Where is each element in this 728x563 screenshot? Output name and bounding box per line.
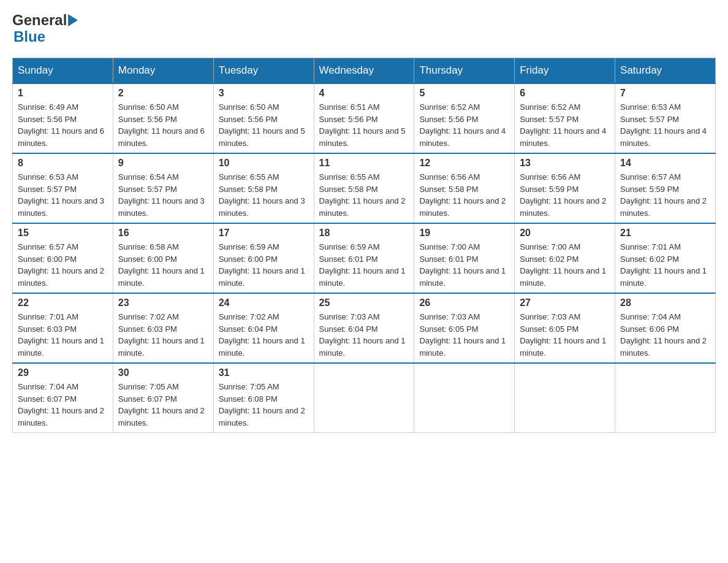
calendar-day-cell: 11 Sunrise: 6:55 AMSunset: 5:58 PMDaylig… — [314, 153, 414, 223]
calendar-day-cell: 24 Sunrise: 7:02 AMSunset: 6:04 PMDaylig… — [213, 293, 314, 363]
day-number: 30 — [118, 367, 208, 378]
logo-general-part: General — [12, 12, 67, 28]
day-info: Sunrise: 7:05 AMSunset: 6:07 PMDaylight:… — [118, 382, 205, 427]
day-info: Sunrise: 7:03 AMSunset: 6:05 PMDaylight:… — [419, 312, 506, 358]
logo-triangle-icon — [68, 14, 78, 26]
day-number: 16 — [118, 228, 208, 239]
calendar-day-cell: 4 Sunrise: 6:51 AMSunset: 5:56 PMDayligh… — [314, 83, 414, 153]
day-info: Sunrise: 6:52 AMSunset: 5:56 PMDaylight:… — [419, 102, 506, 148]
day-info: Sunrise: 6:53 AMSunset: 5:57 PMDaylight:… — [620, 102, 707, 148]
day-number: 14 — [620, 158, 710, 169]
day-number: 2 — [118, 88, 208, 99]
day-number: 17 — [219, 228, 309, 239]
calendar-day-cell: 23 Sunrise: 7:02 AMSunset: 6:03 PMDaylig… — [113, 293, 213, 363]
calendar-day-cell — [515, 363, 615, 433]
calendar-day-cell — [615, 363, 716, 433]
calendar-day-cell: 25 Sunrise: 7:03 AMSunset: 6:04 PMDaylig… — [314, 293, 414, 363]
day-info: Sunrise: 7:02 AMSunset: 6:03 PMDaylight:… — [118, 312, 205, 358]
calendar-day-cell — [414, 363, 515, 433]
day-info: Sunrise: 7:04 AMSunset: 6:07 PMDaylight:… — [18, 382, 104, 427]
day-info: Sunrise: 6:58 AMSunset: 6:00 PMDaylight:… — [118, 242, 205, 288]
calendar-day-cell: 9 Sunrise: 6:54 AMSunset: 5:57 PMDayligh… — [113, 153, 213, 223]
day-number: 23 — [118, 297, 208, 308]
day-info: Sunrise: 6:50 AMSunset: 5:56 PMDaylight:… — [219, 102, 305, 148]
day-number: 31 — [219, 367, 309, 378]
day-info: Sunrise: 7:01 AMSunset: 6:02 PMDaylight:… — [620, 242, 707, 288]
calendar-day-cell: 5 Sunrise: 6:52 AMSunset: 5:56 PMDayligh… — [414, 83, 515, 153]
logo: General Blue — [12, 12, 79, 45]
day-number: 25 — [319, 297, 409, 308]
day-info: Sunrise: 7:03 AMSunset: 6:05 PMDaylight:… — [520, 312, 606, 358]
calendar-week-row: 15 Sunrise: 6:57 AMSunset: 6:00 PMDaylig… — [13, 223, 716, 293]
day-number: 22 — [18, 297, 108, 308]
calendar-day-cell: 6 Sunrise: 6:52 AMSunset: 5:57 PMDayligh… — [515, 83, 615, 153]
day-info: Sunrise: 6:54 AMSunset: 5:57 PMDaylight:… — [118, 172, 205, 218]
calendar-day-cell — [314, 363, 414, 433]
weekday-header-sunday: Sunday — [13, 58, 113, 84]
day-info: Sunrise: 7:00 AMSunset: 6:01 PMDaylight:… — [419, 242, 506, 288]
calendar-day-cell: 29 Sunrise: 7:04 AMSunset: 6:07 PMDaylig… — [13, 363, 113, 433]
day-number: 4 — [319, 88, 409, 99]
day-number: 9 — [118, 158, 208, 169]
day-info: Sunrise: 6:56 AMSunset: 5:59 PMDaylight:… — [520, 172, 606, 218]
day-info: Sunrise: 7:05 AMSunset: 6:08 PMDaylight:… — [219, 382, 305, 427]
calendar-day-cell: 31 Sunrise: 7:05 AMSunset: 6:08 PMDaylig… — [213, 363, 314, 433]
calendar-day-cell: 19 Sunrise: 7:00 AMSunset: 6:01 PMDaylig… — [414, 223, 515, 293]
weekday-header-wednesday: Wednesday — [314, 58, 414, 84]
calendar-day-cell: 27 Sunrise: 7:03 AMSunset: 6:05 PMDaylig… — [515, 293, 615, 363]
calendar-day-cell: 12 Sunrise: 6:56 AMSunset: 5:58 PMDaylig… — [414, 153, 515, 223]
day-number: 11 — [319, 158, 409, 169]
day-number: 20 — [520, 228, 610, 239]
calendar-week-row: 8 Sunrise: 6:53 AMSunset: 5:57 PMDayligh… — [13, 153, 716, 223]
day-number: 1 — [18, 88, 108, 99]
day-number: 6 — [520, 88, 610, 99]
calendar-week-row: 1 Sunrise: 6:49 AMSunset: 5:56 PMDayligh… — [13, 83, 716, 153]
day-number: 7 — [620, 88, 710, 99]
day-info: Sunrise: 7:03 AMSunset: 6:04 PMDaylight:… — [319, 312, 406, 358]
weekday-header-friday: Friday — [515, 58, 615, 84]
day-info: Sunrise: 7:04 AMSunset: 6:06 PMDaylight:… — [620, 312, 707, 358]
day-number: 27 — [520, 297, 610, 308]
day-info: Sunrise: 6:52 AMSunset: 5:57 PMDaylight:… — [520, 102, 606, 148]
calendar-week-row: 22 Sunrise: 7:01 AMSunset: 6:03 PMDaylig… — [13, 293, 716, 363]
calendar-day-cell: 15 Sunrise: 6:57 AMSunset: 6:00 PMDaylig… — [13, 223, 113, 293]
day-number: 21 — [620, 228, 710, 239]
calendar-day-cell: 3 Sunrise: 6:50 AMSunset: 5:56 PMDayligh… — [213, 83, 314, 153]
day-info: Sunrise: 6:50 AMSunset: 5:56 PMDaylight:… — [118, 102, 205, 148]
day-info: Sunrise: 6:55 AMSunset: 5:58 PMDaylight:… — [319, 172, 406, 218]
calendar-table: SundayMondayTuesdayWednesdayThursdayFrid… — [12, 58, 716, 433]
day-number: 28 — [620, 297, 710, 308]
day-info: Sunrise: 7:00 AMSunset: 6:02 PMDaylight:… — [520, 242, 606, 288]
weekday-header-thursday: Thursday — [414, 58, 515, 84]
day-number: 26 — [419, 297, 509, 308]
weekday-header-monday: Monday — [113, 58, 213, 84]
day-info: Sunrise: 6:55 AMSunset: 5:58 PMDaylight:… — [219, 172, 305, 218]
page-header: General Blue — [12, 12, 716, 45]
calendar-day-cell: 21 Sunrise: 7:01 AMSunset: 6:02 PMDaylig… — [615, 223, 716, 293]
day-info: Sunrise: 6:56 AMSunset: 5:58 PMDaylight:… — [419, 172, 506, 218]
day-info: Sunrise: 6:57 AMSunset: 6:00 PMDaylight:… — [18, 242, 104, 288]
day-number: 15 — [18, 228, 108, 239]
day-number: 5 — [419, 88, 509, 99]
logo-blue-part: Blue — [13, 28, 45, 45]
day-number: 8 — [18, 158, 108, 169]
calendar-day-cell: 22 Sunrise: 7:01 AMSunset: 6:03 PMDaylig… — [13, 293, 113, 363]
calendar-day-cell: 17 Sunrise: 6:59 AMSunset: 6:00 PMDaylig… — [213, 223, 314, 293]
weekday-header-tuesday: Tuesday — [213, 58, 314, 84]
calendar-day-cell: 30 Sunrise: 7:05 AMSunset: 6:07 PMDaylig… — [113, 363, 213, 433]
day-info: Sunrise: 6:59 AMSunset: 6:01 PMDaylight:… — [319, 242, 406, 288]
calendar-day-cell: 7 Sunrise: 6:53 AMSunset: 5:57 PMDayligh… — [615, 83, 716, 153]
calendar-week-row: 29 Sunrise: 7:04 AMSunset: 6:07 PMDaylig… — [13, 363, 716, 433]
day-number: 18 — [319, 228, 409, 239]
day-number: 3 — [219, 88, 309, 99]
day-info: Sunrise: 7:02 AMSunset: 6:04 PMDaylight:… — [219, 312, 305, 358]
day-info: Sunrise: 6:59 AMSunset: 6:00 PMDaylight:… — [219, 242, 305, 288]
day-info: Sunrise: 7:01 AMSunset: 6:03 PMDaylight:… — [18, 312, 104, 358]
calendar-day-cell: 10 Sunrise: 6:55 AMSunset: 5:58 PMDaylig… — [213, 153, 314, 223]
day-info: Sunrise: 6:49 AMSunset: 5:56 PMDaylight:… — [18, 102, 104, 148]
day-info: Sunrise: 6:57 AMSunset: 5:59 PMDaylight:… — [620, 172, 707, 218]
day-info: Sunrise: 6:53 AMSunset: 5:57 PMDaylight:… — [18, 172, 104, 218]
day-number: 24 — [219, 297, 309, 308]
calendar-day-cell: 16 Sunrise: 6:58 AMSunset: 6:00 PMDaylig… — [113, 223, 213, 293]
calendar-day-cell: 13 Sunrise: 6:56 AMSunset: 5:59 PMDaylig… — [515, 153, 615, 223]
